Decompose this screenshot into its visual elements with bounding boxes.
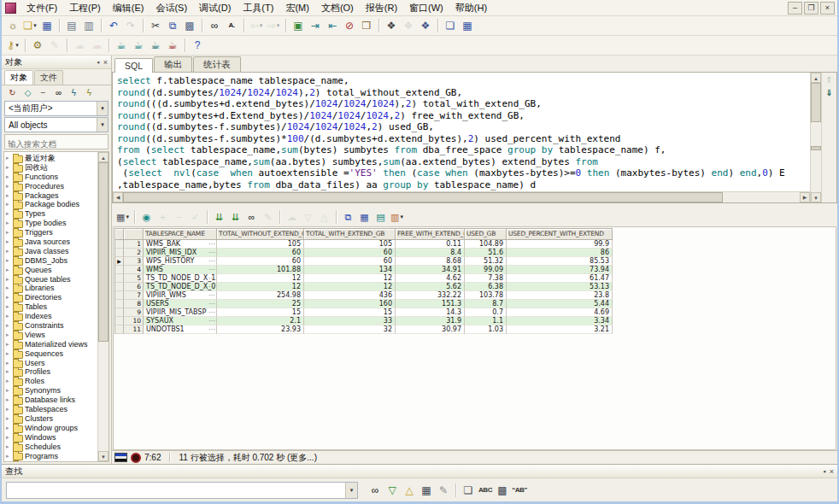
break-icon[interactable]: ⊘	[342, 18, 357, 33]
tree-scrollbar[interactable]: ▲ ▼	[97, 152, 109, 461]
expand-icon[interactable]: ▸	[6, 256, 11, 266]
editor-vscrollbar[interactable]: ▲ ▼	[810, 73, 821, 202]
close-icon[interactable]: ×	[103, 58, 108, 67]
value-cell[interactable]: 7.38	[465, 274, 507, 283]
export-special-icon[interactable]: ▥▾	[390, 210, 404, 225]
tablespace-name-cell[interactable]: WPS_HISTORY…	[144, 257, 217, 266]
tree-item-schedules[interactable]: ▸Schedules	[6, 442, 97, 452]
help-icon[interactable]: ?	[190, 38, 205, 53]
scrollbar-thumb[interactable]	[123, 192, 723, 202]
tablespace-name-cell[interactable]: TS_TD_NODE_D_X_12…	[144, 274, 217, 283]
expand-icon[interactable]: ▸	[6, 293, 11, 302]
syntax-check-icon[interactable]: ▣	[290, 18, 306, 33]
value-cell[interactable]: 86	[507, 249, 613, 257]
value-cell[interactable]: 3.21	[507, 325, 613, 334]
close-icon[interactable]: ×	[830, 467, 834, 476]
scroll-left-icon[interactable]: ◀	[113, 192, 123, 202]
tree-item-constraints[interactable]: ▸Constraints	[6, 321, 97, 331]
editor-tab-0[interactable]: SQL	[114, 58, 153, 73]
column-header-free-with-extend-gb[interactable]: FREE_WITH_EXTEND_GB	[396, 229, 465, 240]
tablespace-name-cell[interactable]: VIPIIR_WMS…	[144, 291, 217, 300]
column-header-used-percent-with-extend[interactable]: USED_PERCENT_WITH_EXTEND	[507, 229, 613, 240]
table-row[interactable]: 6TS_TD_NODE_D_X_01…12125.626.3853.13	[115, 283, 613, 291]
scroll-up-icon[interactable]: ▲	[98, 152, 109, 162]
expand-icon[interactable]: ▸	[6, 452, 11, 461]
tree-item-packages[interactable]: ▸Packages	[6, 191, 97, 201]
expand-icon[interactable]: ▸	[6, 237, 11, 247]
fetch-next-page-icon[interactable]: ⇊	[212, 210, 226, 225]
value-cell[interactable]: 8.7	[465, 300, 507, 308]
table-row[interactable]: 11UNDOTBS1…23.933230.971.033.21	[115, 325, 613, 334]
value-cell[interactable]: 436	[304, 291, 396, 300]
spell-abc-icon[interactable]: ABC	[478, 483, 493, 498]
expand-icon[interactable]: ▸	[6, 460, 11, 461]
value-cell[interactable]: 51.6	[465, 249, 507, 257]
menu-item-6[interactable]: 宏(M)	[279, 1, 315, 15]
table-row[interactable]: 1WMS_BAK…1051050.11104.8999.9	[115, 240, 613, 249]
value-cell[interactable]: 33	[304, 317, 396, 325]
expand-icon[interactable]: ▸	[6, 266, 11, 275]
tree-item-synonyms[interactable]: ▸Synonyms	[6, 386, 97, 396]
sidebar-tab-0[interactable]: 对象	[4, 70, 33, 85]
tablespace-name-cell[interactable]: VIPIIR_MIS_IDX…	[144, 249, 217, 257]
value-cell[interactable]: 12	[304, 283, 396, 291]
status-message[interactable]: 11 行被选择，耗时 0.702 秒 (更多...)	[179, 452, 317, 464]
tree-item-window-groups[interactable]: ▸Window groups	[6, 424, 97, 433]
snippet-icon[interactable]: ❒	[359, 18, 374, 33]
menu-item-8[interactable]: 报告(R)	[360, 1, 403, 15]
tablespace-name-cell[interactable]: VIPIIR_MIS_TABSP…	[144, 308, 217, 317]
case-sensitive-icon[interactable]: ▩	[495, 483, 510, 498]
value-cell[interactable]: 332.22	[396, 291, 465, 300]
expand-icon[interactable]: ▸	[6, 191, 11, 201]
value-cell[interactable]: 4.69	[507, 308, 613, 317]
tree-item-queue-tables[interactable]: ▸Queue tables	[6, 275, 97, 284]
tree-item-libraries[interactable]: ▸Libraries	[6, 284, 97, 293]
requery-icon[interactable]: ◉	[139, 210, 154, 225]
table-row[interactable]: 2VIPIIR_MIS_IDX…60608.451.686	[115, 249, 613, 257]
menu-item-2[interactable]: 编辑(E)	[107, 1, 150, 15]
sort-icon[interactable]: ϟ	[83, 87, 96, 99]
print-icon[interactable]: ▤	[64, 18, 79, 33]
value-cell[interactable]: 105	[217, 240, 304, 249]
remove-icon[interactable]: −	[37, 87, 50, 99]
expand-icon[interactable]: ▸	[6, 302, 11, 312]
expand-icon[interactable]: ▸	[6, 359, 11, 368]
find-previous-icon[interactable]: △	[402, 483, 417, 498]
value-cell[interactable]: 5.44	[507, 300, 613, 308]
expand-icon[interactable]: ▸	[6, 405, 11, 414]
expand-icon[interactable]: ▸	[6, 367, 11, 377]
value-cell[interactable]: 104.89	[465, 240, 507, 249]
expand-icon[interactable]: ▸	[6, 312, 11, 321]
paste-icon[interactable]: ▩	[182, 18, 197, 33]
scroll-down-icon[interactable]: ▼	[98, 451, 109, 461]
tree-item-java-classes[interactable]: ▸Java classes	[6, 247, 97, 256]
value-cell[interactable]: 8.4	[396, 249, 465, 257]
search-window-icon[interactable]: ❏	[461, 483, 476, 498]
value-cell[interactable]: 61.47	[507, 274, 613, 283]
value-cell[interactable]: 60	[304, 257, 396, 266]
restore-button[interactable]: ❐	[804, 2, 818, 15]
value-cell[interactable]: 15	[304, 308, 396, 317]
tablespace-name-cell[interactable]: WMS_BAK…	[144, 240, 217, 249]
expand-icon[interactable]: ▸	[6, 209, 11, 219]
menu-item-4[interactable]: 调试(D)	[193, 1, 237, 15]
expand-icon[interactable]: ▸	[6, 182, 11, 191]
value-cell[interactable]: 5.62	[396, 283, 465, 291]
value-cell[interactable]: 99.9	[507, 240, 613, 249]
expand-icon[interactable]: ▸	[6, 433, 11, 442]
tree-item-materialized-views[interactable]: ▸Materialized views	[6, 340, 97, 349]
filter-icon[interactable]: ϟ	[67, 87, 80, 99]
tree-item-directories[interactable]: ▸Directories	[6, 293, 97, 302]
value-cell[interactable]: 0.7	[465, 308, 507, 317]
clear-marks-icon[interactable]: ✎	[436, 483, 451, 498]
cut-icon[interactable]: ✂	[148, 18, 163, 33]
value-cell[interactable]: 60	[217, 249, 304, 257]
next-statement-icon[interactable]: ⇓	[825, 88, 832, 97]
expand-icon[interactable]: ▸	[6, 154, 11, 163]
editor-tab-1[interactable]: 输出	[154, 56, 192, 72]
value-cell[interactable]: 160	[304, 300, 396, 308]
value-cell[interactable]: 103.78	[465, 291, 507, 300]
tree-item-package-bodies[interactable]: ▸Package bodies	[6, 200, 97, 209]
tree-item-sequences[interactable]: ▸Sequences	[6, 349, 97, 359]
value-cell[interactable]: 1.1	[465, 317, 507, 325]
